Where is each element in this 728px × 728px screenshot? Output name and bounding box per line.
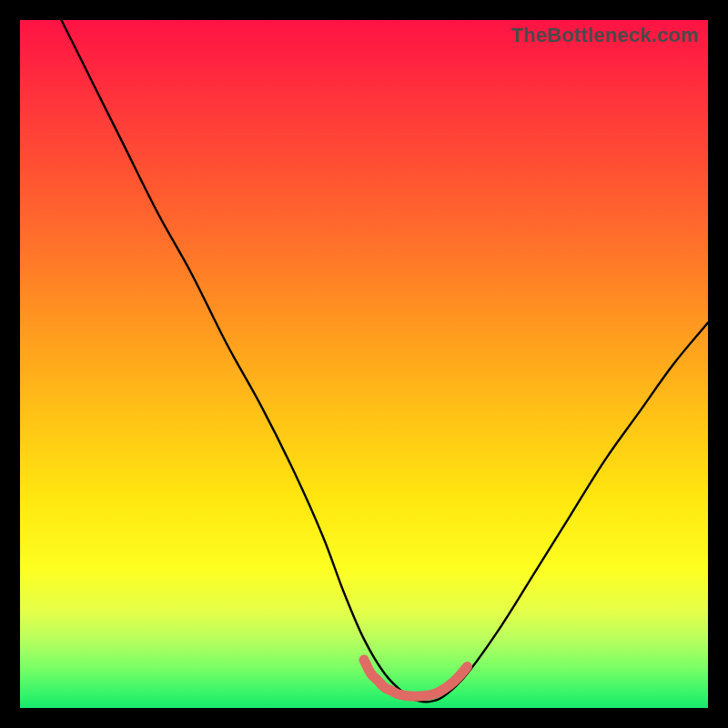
chart-frame: TheBottleneck.com xyxy=(0,0,728,728)
bottleneck-curve xyxy=(61,20,708,702)
plot-area: TheBottleneck.com xyxy=(20,20,708,708)
curve-layer xyxy=(20,20,708,708)
